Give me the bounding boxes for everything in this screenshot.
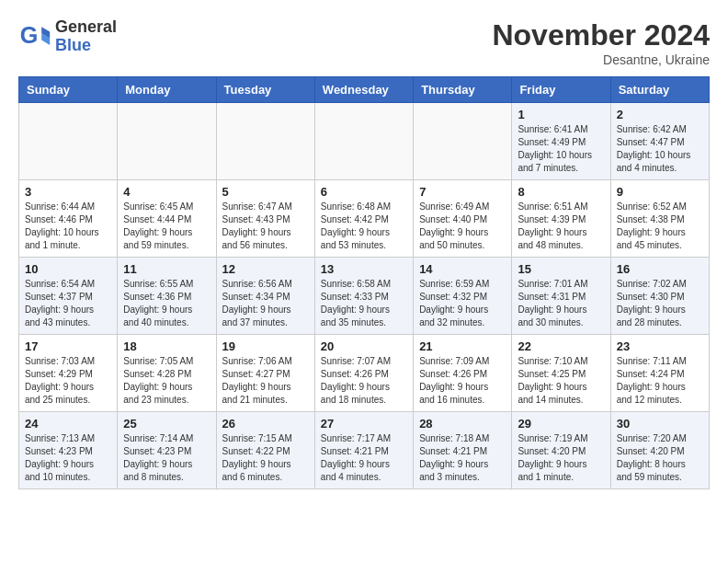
weekday-header-saturday: Saturday	[610, 77, 709, 103]
day-info: Sunrise: 7:10 AM Sunset: 4:25 PM Dayligh…	[518, 355, 604, 407]
calendar-cell: 19Sunrise: 7:06 AM Sunset: 4:27 PM Dayli…	[216, 335, 314, 412]
day-number: 4	[123, 185, 210, 199]
day-number: 27	[321, 417, 407, 431]
day-info: Sunrise: 6:48 AM Sunset: 4:42 PM Dayligh…	[321, 201, 407, 252]
day-number: 29	[518, 417, 604, 431]
calendar-cell: 20Sunrise: 7:07 AM Sunset: 4:26 PM Dayli…	[314, 335, 413, 412]
calendar-table: SundayMondayTuesdayWednesdayThursdayFrid…	[18, 76, 710, 489]
logo: G General Blue	[18, 18, 117, 55]
day-info: Sunrise: 7:11 AM Sunset: 4:24 PM Dayligh…	[617, 355, 703, 407]
calendar-cell: 9Sunrise: 6:52 AM Sunset: 4:38 PM Daylig…	[610, 180, 709, 258]
calendar-cell: 4Sunrise: 6:45 AM Sunset: 4:44 PM Daylig…	[118, 180, 216, 258]
logo-text: General Blue	[55, 18, 117, 55]
day-info: Sunrise: 6:47 AM Sunset: 4:43 PM Dayligh…	[222, 201, 309, 252]
day-info: Sunrise: 6:59 AM Sunset: 4:32 PM Dayligh…	[419, 278, 506, 329]
calendar-cell: 14Sunrise: 6:59 AM Sunset: 4:32 PM Dayli…	[414, 258, 512, 335]
day-number: 16	[617, 262, 703, 276]
day-info: Sunrise: 6:42 AM Sunset: 4:47 PM Dayligh…	[617, 123, 703, 175]
day-number: 11	[123, 262, 210, 276]
day-info: Sunrise: 7:03 AM Sunset: 4:29 PM Dayligh…	[25, 355, 111, 407]
calendar-cell: 21Sunrise: 7:09 AM Sunset: 4:26 PM Dayli…	[414, 335, 512, 412]
day-info: Sunrise: 7:15 AM Sunset: 4:22 PM Dayligh…	[222, 432, 309, 484]
day-number: 17	[25, 339, 111, 353]
weekday-header-tuesday: Tuesday	[216, 77, 314, 103]
calendar-cell	[19, 103, 118, 180]
calendar-cell: 5Sunrise: 6:47 AM Sunset: 4:43 PM Daylig…	[216, 180, 314, 258]
day-number: 26	[222, 417, 309, 431]
month-title: November 2024	[492, 18, 710, 52]
calendar-cell: 6Sunrise: 6:48 AM Sunset: 4:42 PM Daylig…	[314, 180, 413, 258]
day-info: Sunrise: 7:13 AM Sunset: 4:23 PM Dayligh…	[25, 432, 111, 484]
calendar-cell: 17Sunrise: 7:03 AM Sunset: 4:29 PM Dayli…	[19, 335, 118, 412]
day-number: 24	[25, 417, 111, 431]
day-number: 5	[222, 185, 309, 199]
day-info: Sunrise: 7:02 AM Sunset: 4:30 PM Dayligh…	[617, 278, 703, 329]
day-info: Sunrise: 6:51 AM Sunset: 4:39 PM Dayligh…	[518, 201, 604, 252]
weekday-header-row: SundayMondayTuesdayWednesdayThursdayFrid…	[19, 77, 710, 103]
day-info: Sunrise: 6:41 AM Sunset: 4:49 PM Dayligh…	[518, 123, 604, 175]
day-number: 28	[419, 417, 506, 431]
calendar-cell: 2Sunrise: 6:42 AM Sunset: 4:47 PM Daylig…	[610, 103, 709, 180]
day-info: Sunrise: 7:20 AM Sunset: 4:20 PM Dayligh…	[617, 432, 703, 484]
weekday-header-wednesday: Wednesday	[314, 77, 413, 103]
calendar-cell: 23Sunrise: 7:11 AM Sunset: 4:24 PM Dayli…	[610, 335, 709, 412]
day-number: 2	[617, 108, 703, 121]
day-number: 3	[25, 185, 111, 199]
calendar-week-row-4: 17Sunrise: 7:03 AM Sunset: 4:29 PM Dayli…	[19, 335, 710, 412]
calendar-cell: 28Sunrise: 7:18 AM Sunset: 4:21 PM Dayli…	[414, 412, 512, 489]
calendar-cell: 13Sunrise: 6:58 AM Sunset: 4:33 PM Dayli…	[314, 258, 413, 335]
day-info: Sunrise: 7:18 AM Sunset: 4:21 PM Dayligh…	[419, 432, 506, 484]
day-info: Sunrise: 7:19 AM Sunset: 4:20 PM Dayligh…	[518, 432, 604, 484]
calendar-week-row-2: 3Sunrise: 6:44 AM Sunset: 4:46 PM Daylig…	[19, 180, 710, 258]
day-info: Sunrise: 7:06 AM Sunset: 4:27 PM Dayligh…	[222, 355, 309, 407]
day-info: Sunrise: 7:05 AM Sunset: 4:28 PM Dayligh…	[123, 355, 210, 407]
calendar-cell: 25Sunrise: 7:14 AM Sunset: 4:23 PM Dayli…	[118, 412, 216, 489]
day-info: Sunrise: 6:56 AM Sunset: 4:34 PM Dayligh…	[222, 278, 309, 329]
day-number: 30	[617, 417, 703, 431]
day-info: Sunrise: 7:07 AM Sunset: 4:26 PM Dayligh…	[321, 355, 407, 407]
page-header: G General Blue November 2024 Desantne, U…	[18, 18, 710, 67]
calendar-week-row-1: 1Sunrise: 6:41 AM Sunset: 4:49 PM Daylig…	[19, 103, 710, 180]
logo-general: General	[55, 18, 117, 37]
day-number: 20	[321, 339, 407, 353]
day-info: Sunrise: 7:14 AM Sunset: 4:23 PM Dayligh…	[123, 432, 210, 484]
day-number: 9	[617, 185, 703, 199]
day-number: 15	[518, 262, 604, 276]
calendar-cell: 10Sunrise: 6:54 AM Sunset: 4:37 PM Dayli…	[19, 258, 118, 335]
logo-blue: Blue	[55, 37, 117, 55]
day-info: Sunrise: 6:58 AM Sunset: 4:33 PM Dayligh…	[321, 278, 407, 329]
weekday-header-monday: Monday	[118, 77, 216, 103]
logo-icon: G	[18, 20, 51, 53]
day-number: 13	[321, 262, 407, 276]
calendar-cell: 27Sunrise: 7:17 AM Sunset: 4:21 PM Dayli…	[314, 412, 413, 489]
calendar-cell	[414, 103, 512, 180]
calendar-cell	[118, 103, 216, 180]
day-info: Sunrise: 6:44 AM Sunset: 4:46 PM Dayligh…	[25, 201, 111, 252]
calendar-week-row-3: 10Sunrise: 6:54 AM Sunset: 4:37 PM Dayli…	[19, 258, 710, 335]
calendar-week-row-5: 24Sunrise: 7:13 AM Sunset: 4:23 PM Dayli…	[19, 412, 710, 489]
day-number: 22	[518, 339, 604, 353]
day-number: 23	[617, 339, 703, 353]
day-number: 18	[123, 339, 210, 353]
day-number: 1	[518, 108, 604, 121]
svg-text:G: G	[20, 22, 39, 48]
day-number: 14	[419, 262, 506, 276]
day-info: Sunrise: 6:52 AM Sunset: 4:38 PM Dayligh…	[617, 201, 703, 252]
weekday-header-thursday: Thursday	[414, 77, 512, 103]
calendar-cell: 16Sunrise: 7:02 AM Sunset: 4:30 PM Dayli…	[610, 258, 709, 335]
day-number: 25	[123, 417, 210, 431]
day-number: 6	[321, 185, 407, 199]
calendar-cell: 18Sunrise: 7:05 AM Sunset: 4:28 PM Dayli…	[118, 335, 216, 412]
calendar-cell: 7Sunrise: 6:49 AM Sunset: 4:40 PM Daylig…	[414, 180, 512, 258]
day-info: Sunrise: 6:55 AM Sunset: 4:36 PM Dayligh…	[123, 278, 210, 329]
day-number: 12	[222, 262, 309, 276]
calendar-cell: 8Sunrise: 6:51 AM Sunset: 4:39 PM Daylig…	[512, 180, 610, 258]
day-number: 10	[25, 262, 111, 276]
calendar-cell	[216, 103, 314, 180]
weekday-header-friday: Friday	[512, 77, 610, 103]
day-info: Sunrise: 7:09 AM Sunset: 4:26 PM Dayligh…	[419, 355, 506, 407]
calendar-cell: 12Sunrise: 6:56 AM Sunset: 4:34 PM Dayli…	[216, 258, 314, 335]
weekday-header-sunday: Sunday	[19, 77, 118, 103]
calendar-cell: 22Sunrise: 7:10 AM Sunset: 4:25 PM Dayli…	[512, 335, 610, 412]
day-info: Sunrise: 6:45 AM Sunset: 4:44 PM Dayligh…	[123, 201, 210, 252]
